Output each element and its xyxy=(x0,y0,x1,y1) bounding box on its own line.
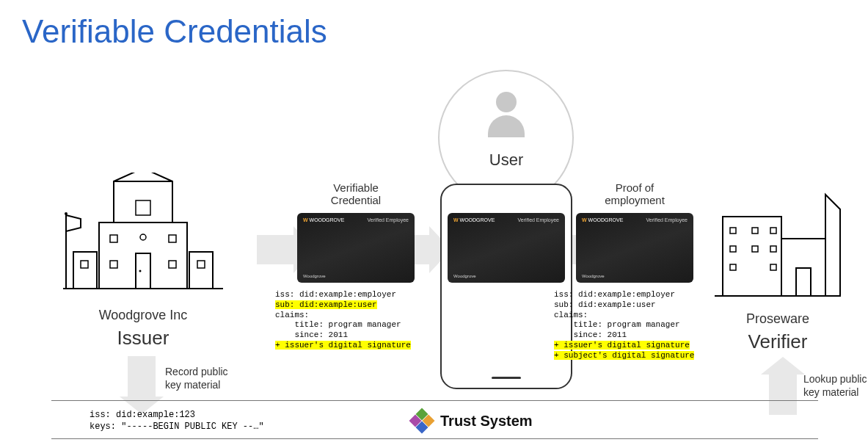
svg-rect-12 xyxy=(81,261,88,268)
trust-divider-bottom xyxy=(51,438,818,439)
credential-card-user: W WOODGROVE Verified Employee Woodgrove xyxy=(448,213,565,283)
trust-code: iss: did:example:123 keys: "-----BEGIN P… xyxy=(90,410,264,433)
svg-rect-8 xyxy=(110,261,117,268)
svg-rect-3 xyxy=(136,253,150,289)
arrow-lookup-key xyxy=(769,375,797,415)
svg-rect-26 xyxy=(770,264,776,270)
svg-rect-2 xyxy=(114,181,172,222)
proof-label: Proof of employment xyxy=(576,181,693,206)
arrow-issuer-to-credential xyxy=(257,235,293,264)
arrow-record-key xyxy=(128,356,156,397)
svg-rect-9 xyxy=(169,261,176,268)
svg-rect-19 xyxy=(730,228,736,234)
credential-card-verifier: W WOODGROVE Verified Employee Woodgrove xyxy=(576,213,693,283)
issuer-company: Woodgrove Inc xyxy=(99,308,188,322)
svg-rect-6 xyxy=(110,235,117,242)
svg-point-16 xyxy=(65,212,68,215)
diagram-stage: Woodgrove Inc Issuer User Verifiable Cre… xyxy=(0,70,868,386)
svg-rect-21 xyxy=(770,228,776,234)
svg-rect-13 xyxy=(189,252,213,289)
verifier-building-icon xyxy=(712,173,844,301)
verifier-block: Proseware Verifier xyxy=(712,173,844,355)
credential-code: iss: did:example:employer sub: did:examp… xyxy=(275,290,411,351)
trust-divider-top xyxy=(51,400,818,401)
issuer-building-icon xyxy=(59,173,227,297)
verifier-role: Verifier xyxy=(712,328,844,355)
credential-label: Verifiable Credential xyxy=(297,181,415,206)
svg-rect-22 xyxy=(730,246,736,252)
svg-rect-14 xyxy=(197,261,205,268)
record-key-label: Record public key material xyxy=(165,365,246,391)
svg-rect-25 xyxy=(730,264,736,270)
user-label: User xyxy=(470,151,543,170)
svg-point-5 xyxy=(140,234,146,240)
credential-card-issuer: W WOODGROVE Verified Employee Woodgrove xyxy=(297,213,415,283)
user-icon xyxy=(484,92,528,143)
trust-system-label: Trust System xyxy=(411,410,533,432)
svg-rect-20 xyxy=(752,228,758,234)
issuer-block: Woodgrove Inc Issuer xyxy=(59,173,227,352)
lookup-key-label: Lookup public key material xyxy=(803,372,868,399)
svg-rect-1 xyxy=(99,222,187,289)
issuer-role: Issuer xyxy=(59,325,227,351)
svg-rect-10 xyxy=(136,200,150,215)
verifier-company: Proseware xyxy=(746,311,809,326)
trust-cubes-icon xyxy=(411,410,433,432)
svg-rect-24 xyxy=(770,246,776,252)
svg-rect-7 xyxy=(169,235,176,242)
svg-rect-28 xyxy=(796,268,811,296)
svg-rect-23 xyxy=(752,246,758,252)
page-title: Verifiable Credentials xyxy=(22,13,327,50)
svg-point-4 xyxy=(139,270,142,272)
proof-code: iss: did:example:employer sub: did:examp… xyxy=(554,290,694,361)
svg-rect-11 xyxy=(73,252,97,289)
